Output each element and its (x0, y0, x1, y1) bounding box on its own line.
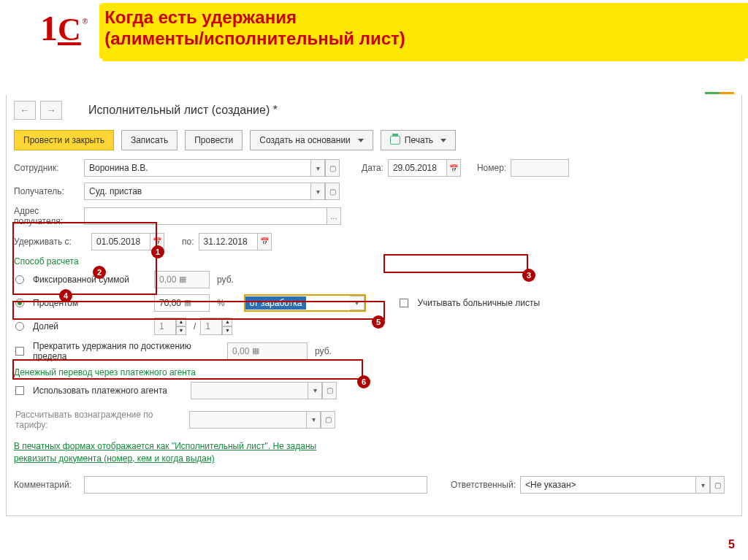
number-input[interactable] (511, 159, 569, 177)
nav-back-button[interactable]: ← (14, 101, 36, 120)
address-input[interactable] (84, 207, 327, 225)
responsible-field[interactable]: <Не указан> ▾ ▢ (520, 476, 725, 494)
dropdown-icon[interactable]: ▾ (308, 382, 322, 399)
responsible-label: Ответственный: (451, 480, 516, 490)
comment-label: Комментарий: (14, 480, 80, 490)
rub-unit: руб. (217, 275, 234, 285)
calculator-icon: ▦ (181, 298, 194, 307)
printer-icon (390, 136, 400, 145)
fraction-radio[interactable] (15, 322, 24, 331)
consider-sick-label: Учитывать больничные листы (417, 298, 540, 308)
fraction-num-input[interactable]: 1 (154, 318, 176, 335)
date-field[interactable]: 29.05.2018 📅 (388, 159, 461, 177)
nav-forward-button[interactable]: → (40, 101, 62, 120)
employee-field[interactable]: Воронина В.В. ▾ ▢ (84, 159, 340, 177)
step-up-icon[interactable]: ▲ (176, 318, 186, 326)
open-icon[interactable]: ▢ (322, 382, 337, 399)
step-down-icon[interactable]: ▼ (176, 326, 186, 335)
step-down-icon[interactable]: ▼ (222, 326, 232, 335)
print-form-note-link[interactable]: В печатных формах отображается как "Испо… (14, 440, 321, 465)
to-date-input[interactable]: 31.12.2018 (199, 233, 257, 250)
dropdown-icon[interactable]: ▾ (695, 476, 710, 494)
limit-amount-input[interactable]: 0,00 ▦ (227, 342, 308, 360)
percent-label: Процентом (33, 298, 150, 308)
consider-sick-checkbox[interactable] (400, 299, 408, 307)
stop-limit-checkbox[interactable] (15, 347, 24, 356)
calc-method-title: Способ расчета (14, 256, 734, 266)
deduct-from-label: Удерживать с: (14, 237, 87, 247)
percent-amount-value: 70,00 (159, 298, 181, 308)
stop-limit-label: Прекратить удержания по достижению преде… (33, 341, 223, 361)
dropdown-icon[interactable]: ▾ (310, 183, 325, 200)
calendar-icon[interactable]: 📅 (257, 233, 272, 250)
tariff-input[interactable] (189, 411, 306, 429)
fraction-numerator-stepper[interactable]: 1 ▲▼ (154, 318, 186, 335)
slash: / (194, 321, 196, 331)
recipient-field[interactable]: Суд. пристав ▾ ▢ (84, 183, 340, 200)
open-icon[interactable]: ▢ (321, 411, 335, 429)
post-and-close-button[interactable]: Провести и закрыть (14, 130, 114, 150)
fixed-sum-label: Фиксированной суммой (33, 275, 150, 285)
open-icon[interactable]: ▢ (325, 159, 340, 177)
limit-amount-value: 0,00 (232, 346, 249, 356)
agent-section-title: Денежный перевод через платежного агента (14, 367, 734, 377)
percent-base-value: от заработка (245, 296, 307, 310)
tariff-field[interactable]: ▾ ▢ (189, 411, 335, 429)
ellipsis-icon[interactable]: … (327, 207, 341, 225)
from-date-input[interactable]: 01.05.2018 (91, 233, 150, 250)
calendar-icon[interactable]: 📅 (150, 233, 164, 250)
percent-base-select[interactable]: от заработка ▾ (244, 294, 367, 312)
from-date-field[interactable]: 01.05.2018 📅 (91, 233, 164, 250)
chevron-down-icon (358, 139, 364, 142)
calculator-icon: ▦ (249, 346, 262, 356)
create-based-on-button[interactable]: Создать на основании (250, 130, 373, 150)
date-input[interactable]: 29.05.2018 (388, 159, 446, 177)
post-button[interactable]: Провести (185, 130, 243, 150)
slide-title: Когда есть удержания (алименты/исполните… (104, 7, 405, 50)
fraction-denominator-stepper[interactable]: 1 ▲▼ (200, 318, 232, 335)
fraction-label: Долей (33, 321, 150, 331)
number-label: Номер: (477, 163, 506, 173)
agent-input[interactable] (191, 382, 308, 399)
use-agent-label: Использовать платежного агента (33, 386, 186, 396)
post-and-close-label: Провести и закрыть (23, 135, 104, 145)
post-label: Провести (194, 135, 233, 145)
print-button[interactable]: Печать (381, 130, 456, 150)
slide-header: 1C® Когда есть удержания (алименты/испол… (0, 0, 748, 57)
fixed-amount-value: 0,00 (159, 275, 176, 285)
dropdown-icon[interactable]: ▾ (310, 159, 325, 177)
fraction-den-input[interactable]: 1 (200, 318, 222, 335)
percent-amount-input[interactable]: 70,00 ▦ (154, 294, 210, 312)
comment-input[interactable] (84, 476, 427, 494)
slide-title-line1: Когда есть удержания (104, 7, 405, 28)
save-label: Записать (131, 135, 168, 145)
use-agent-checkbox[interactable] (15, 386, 24, 395)
employee-label: Сотрудник: (14, 163, 80, 173)
recipient-label: Получатель: (14, 186, 80, 196)
slide-page-number: 5 (728, 538, 735, 551)
calendar-icon[interactable]: 📅 (446, 159, 461, 177)
percent-radio[interactable] (15, 299, 24, 307)
address-field[interactable]: … (84, 207, 341, 225)
slide-title-line2: (алименты/исполнительный лист) (104, 28, 405, 50)
rub-unit: руб. (315, 346, 332, 356)
pct-unit: % (217, 298, 225, 308)
agent-field[interactable]: ▾ ▢ (191, 382, 337, 399)
recipient-input[interactable]: Суд. пристав (84, 183, 310, 200)
open-icon[interactable]: ▢ (710, 476, 725, 494)
tariff-label: Рассчитывать вознаграждение по тарифу: (15, 410, 185, 430)
calculator-icon: ▦ (176, 275, 189, 284)
open-icon[interactable]: ▢ (325, 183, 340, 200)
employee-input[interactable]: Воронина В.В. (84, 159, 310, 177)
tab-accent (705, 92, 734, 94)
step-up-icon[interactable]: ▲ (222, 318, 232, 326)
fixed-sum-radio[interactable] (15, 275, 24, 284)
dropdown-icon[interactable]: ▾ (306, 411, 321, 429)
app-window: ← → Исполнительный лист (создание) * Про… (6, 95, 742, 516)
to-date-field[interactable]: 31.12.2018 📅 (199, 233, 272, 250)
address-label: Адрес получателя: (14, 206, 80, 227)
dropdown-icon[interactable]: ▾ (350, 296, 365, 310)
save-button[interactable]: Записать (121, 130, 178, 150)
responsible-input[interactable]: <Не указан> (520, 476, 695, 494)
fixed-amount-input[interactable]: 0,00 ▦ (154, 271, 210, 288)
